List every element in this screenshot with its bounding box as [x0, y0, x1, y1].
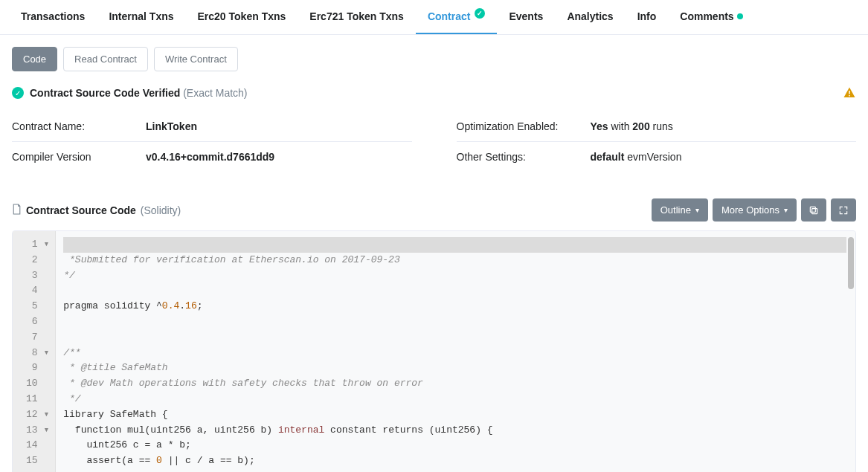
subtab-write-contract[interactable]: Write Contract [154, 47, 238, 71]
outline-button[interactable]: Outline▾ [652, 198, 708, 222]
tab-bar: Transactions Internal Txns Erc20 Token T… [0, 0, 868, 35]
tab-comments[interactable]: Comments [668, 0, 754, 34]
code-editor[interactable]: 1 ▾ 2 3 4 5 6 7 8 ▾ 9 10 11 12 ▾ 13 ▾ 14… [12, 230, 856, 472]
svg-rect-1 [849, 95, 850, 97]
editor-content[interactable]: /** *Submitted for verification at Ether… [56, 231, 855, 472]
file-icon [12, 204, 22, 217]
svg-rect-2 [812, 208, 817, 213]
tab-erc20-txns[interactable]: Erc20 Token Txns [186, 0, 298, 34]
tab-internal-txns[interactable]: Internal Txns [97, 0, 185, 34]
copy-button[interactable] [801, 198, 826, 222]
expand-button[interactable] [831, 198, 856, 222]
source-lang: (Solidity) [141, 204, 181, 216]
tab-contract[interactable]: Contract ✓ [416, 0, 498, 34]
more-options-button[interactable]: More Options▾ [713, 198, 797, 222]
subtab-code[interactable]: Code [12, 47, 57, 71]
tab-transactions[interactable]: Transactions [9, 0, 97, 34]
verified-icon: ✓ [12, 87, 24, 99]
value-compiler-version: v0.4.16+commit.d7661dd9 [146, 151, 274, 163]
comments-dot-icon [737, 13, 743, 19]
scrollbar-thumb[interactable] [848, 237, 854, 289]
value-other-settings: default evmVersion [591, 151, 682, 163]
label-other-settings: Other Settings: [457, 151, 591, 163]
editor-gutter: 1 ▾ 2 3 4 5 6 7 8 ▾ 9 10 11 12 ▾ 13 ▾ 14… [13, 231, 56, 472]
value-contract-name: LinkToken [146, 120, 197, 132]
svg-rect-0 [849, 91, 850, 94]
warning-icon[interactable] [843, 86, 856, 100]
editor-scrollbar[interactable] [848, 237, 854, 472]
svg-rect-3 [810, 207, 815, 212]
chevron-down-icon: ▾ [695, 206, 699, 214]
contract-info-grid: Contract Name: LinkToken Compiler Versio… [12, 111, 856, 172]
source-header: Contract Source Code (Solidity) Outline▾… [12, 198, 856, 222]
verification-row: ✓ Contract Source Code Verified (Exact M… [12, 86, 856, 100]
tab-events[interactable]: Events [497, 0, 555, 34]
tab-info[interactable]: Info [626, 0, 669, 34]
label-compiler-version: Compiler Version [12, 151, 146, 163]
contract-subtabs: Code Read Contract Write Contract [12, 47, 856, 71]
label-optimization: Optimization Enabled: [457, 120, 591, 132]
chevron-down-icon: ▾ [784, 206, 788, 214]
subtab-read-contract[interactable]: Read Contract [63, 47, 148, 71]
tab-analytics[interactable]: Analytics [555, 0, 625, 34]
verified-title: Contract Source Code Verified [30, 87, 180, 99]
verified-match: (Exact Match) [183, 87, 247, 99]
label-contract-name: Contract Name: [12, 120, 146, 132]
value-optimization: Yes with 200 runs [591, 120, 673, 132]
verified-check-icon: ✓ [475, 8, 485, 19]
tab-erc721-txns[interactable]: Erc721 Token Txns [298, 0, 416, 34]
source-title: Contract Source Code [26, 204, 136, 216]
